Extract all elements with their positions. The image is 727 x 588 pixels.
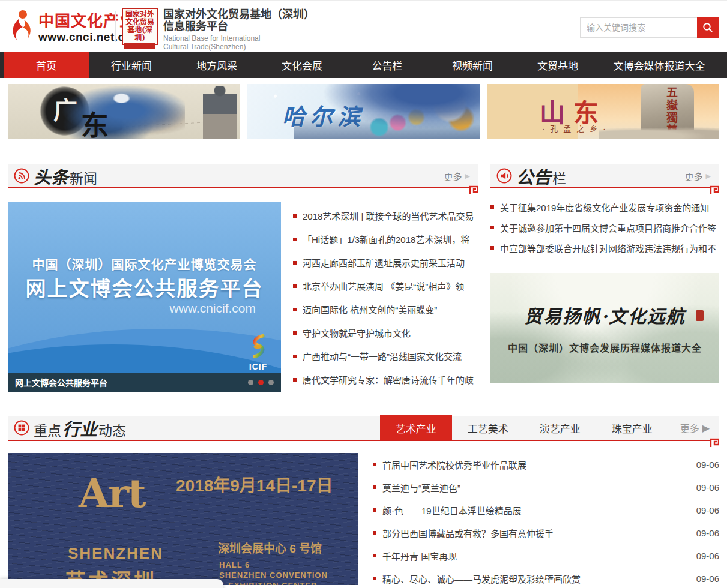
- news-link[interactable]: 莫兰迪与“莫兰迪色”: [382, 481, 460, 494]
- news-link[interactable]: 广西推动与“一带一路”沿线国家文化交流: [303, 350, 462, 362]
- list-item[interactable]: 关于征集2019年度省级文化产业发展专项资金的通知: [490, 197, 719, 217]
- headline-carousel[interactable]: 中国（深圳）国际文化产业博览交易会 网上文博会公共服务平台 www.cnicif…: [8, 202, 281, 392]
- list-item[interactable]: 「Hi话题」1/3新面孔的2018艺术深圳，将: [293, 227, 478, 251]
- news-link[interactable]: 部分巴西国博藏品或有救？多国有意伸援手: [382, 527, 554, 539]
- search-button[interactable]: [697, 17, 719, 38]
- list-item[interactable]: 广西推动与“一带一路”沿线国家文化交流: [293, 344, 478, 368]
- banner-shandong-subtitle: ·孔孟之乡·: [542, 122, 611, 134]
- carousel-line1: 中国（深圳）国际文化产业博览交易会: [8, 254, 281, 272]
- news-link[interactable]: 北京举办曲艺展演周 《姜昆“说”相声》领: [303, 280, 464, 292]
- nav-item-video-news[interactable]: 视频新闻: [430, 52, 515, 78]
- headline-section: 头条 新闻 更多 ▶ 中国（深圳）国际文化产业博览交易会: [8, 164, 478, 392]
- tab-performing-arts[interactable]: 演艺产业: [524, 415, 596, 440]
- nav-item-media-report[interactable]: 文博会媒体报道大全: [600, 52, 718, 78]
- more-label: 更多: [444, 170, 462, 182]
- poster-hall-line1: HALL 6: [219, 560, 328, 570]
- tab-arts-crafts[interactable]: 工艺美术: [452, 415, 524, 440]
- news-link[interactable]: 「Hi话题」1/3新面孔的2018艺术深圳，将: [303, 233, 469, 245]
- list-item[interactable]: 首届中国艺术院校优秀毕业作品联展09-06: [373, 453, 719, 476]
- tab-jewelry[interactable]: 珠宝产业: [596, 415, 668, 440]
- list-item[interactable]: 唐代文学研究专家：解密唐诗流传千年的歧: [293, 368, 478, 391]
- notice-more-link[interactable]: 更多 ▶: [685, 170, 711, 182]
- chevron-right-icon: ▶: [465, 172, 470, 180]
- base-subtitle-line1: National Base for International: [163, 34, 315, 43]
- headline-news-list: 2018艺术深圳 | 联接全球的当代艺术品交易 「Hi话题」1/3新面孔的201…: [293, 202, 478, 392]
- list-item[interactable]: 守护文物就是守护城市文化: [293, 321, 478, 344]
- banner-harbin[interactable]: 哈尔滨: [247, 84, 480, 139]
- notice-section: 公告 栏 更多 ▶ 关于征集2019年度省级文化产业发展专项资金的通知 关于诚邀…: [490, 164, 719, 392]
- icif-logo-text: ICIF: [245, 362, 271, 371]
- poster-hall-line2: SHENZHEN CONVENTION: [219, 570, 328, 580]
- search-input[interactable]: [580, 17, 697, 38]
- nav-item-notice-board[interactable]: 公告栏: [345, 52, 430, 78]
- art-shenzhen-poster[interactable]: Art SHENZHEN 艺术深圳 2018年9月14日-17日 深圳会展中心 …: [8, 453, 358, 585]
- corner-ornament: [469, 185, 478, 195]
- bullet-icon: [373, 554, 376, 557]
- list-item[interactable]: 颜·色——19世纪日本浮世绘精品展09-06: [373, 499, 719, 521]
- industry-more-link[interactable]: 更多 ▶: [668, 415, 719, 440]
- notice-title-rest: 栏: [552, 167, 566, 188]
- list-item[interactable]: 中宣部等部委联合开展针对网络游戏违法违规行为和不: [490, 238, 719, 258]
- nav-item-industry-news[interactable]: 行业新闻: [89, 52, 174, 78]
- site-header: 中国文化产业网 www.cnci.net.cn 国家对外 文化贸易 基地(深圳)…: [0, 1, 727, 52]
- list-item[interactable]: 部分巴西国博藏品或有救？多国有意伸援手09-06: [373, 521, 719, 544]
- bullet-icon: [293, 355, 297, 358]
- base-seal: 国家对外 文化贸易 基地(深圳): [122, 8, 158, 45]
- bullet-icon: [293, 308, 297, 311]
- poster-art-logo: Art: [79, 470, 145, 517]
- bullet-icon: [293, 214, 297, 218]
- nav-item-home[interactable]: 首页: [4, 52, 89, 78]
- news-link[interactable]: 首届中国艺术院校优秀毕业作品联展: [382, 458, 526, 471]
- news-link[interactable]: 守护文物就是守护城市文化: [303, 326, 411, 339]
- news-link[interactable]: 颜·色——19世纪日本浮世绘精品展: [382, 504, 522, 517]
- list-item[interactable]: 千年丹青 国宝再现09-06: [373, 544, 719, 567]
- news-link[interactable]: 迈向国际化 杭州文创的“美丽蝶变”: [303, 303, 437, 316]
- carousel-dot-2[interactable]: [258, 380, 264, 385]
- search-bar: [580, 17, 719, 38]
- headline-more-link[interactable]: 更多 ▶: [444, 170, 470, 182]
- header-divider: [115, 11, 116, 42]
- carousel-dot-1[interactable]: [248, 380, 253, 385]
- poster-venue-cn: 深圳会展中心 6 号馆: [218, 539, 322, 556]
- list-item[interactable]: 精心、尽心、诚心——马发虎泥塑及彩绘壁画欣赏09-06: [373, 567, 719, 588]
- nav-item-culture-expo[interactable]: 文化会展: [259, 52, 345, 78]
- nav-item-local-style[interactable]: 地方风采: [174, 52, 259, 78]
- news-link[interactable]: 千年丹青 国宝再现: [382, 550, 457, 562]
- statue-art: [203, 86, 237, 139]
- nav-item-trade-base[interactable]: 文贸基地: [515, 52, 600, 78]
- list-item[interactable]: 河西走廊西部玉矿遗址展示史前采玉活动: [293, 251, 478, 274]
- news-link[interactable]: 河西走廊西部玉矿遗址展示史前采玉活动: [303, 256, 465, 269]
- banner-guangdong[interactable]: 广 东: [8, 84, 240, 139]
- headline-title: 头条 新闻: [14, 163, 97, 188]
- news-link[interactable]: 唐代文学研究专家：解密唐诗流传千年的歧: [303, 373, 474, 386]
- list-item[interactable]: 迈向国际化 杭州文创的“美丽蝶变”: [293, 298, 478, 321]
- corner-ornament: [710, 185, 719, 195]
- list-item[interactable]: 2018艺术深圳 | 联接全球的当代艺术品交易: [293, 204, 478, 227]
- list-item[interactable]: 莫兰迪与“莫兰迪色”09-06: [373, 476, 719, 499]
- speaker-icon: [496, 168, 512, 184]
- industry-body: Art SHENZHEN 艺术深圳 2018年9月14日-17日 深圳会展中心 …: [8, 453, 719, 588]
- bullet-icon: [490, 226, 494, 229]
- notice-header: 公告 栏 更多 ▶: [490, 164, 719, 188]
- more-label: 更多: [685, 170, 703, 182]
- notice-link[interactable]: 关于征集2019年度省级文化产业发展专项资金的通知: [500, 201, 709, 214]
- bullet-icon: [490, 246, 494, 250]
- news-link[interactable]: 2018艺术深圳 | 联接全球的当代艺术品交易: [303, 209, 474, 222]
- bullet-icon: [293, 331, 297, 335]
- seal-line: 基地(深圳): [124, 26, 155, 42]
- bullet-icon: [490, 205, 494, 209]
- list-item[interactable]: 关于诚邀参加第十四届文博会重点项目招商推介合作签: [490, 217, 719, 238]
- notice-link[interactable]: 中宣部等部委联合开展针对网络游戏违法违规行为和不: [500, 242, 716, 254]
- headline-body: 中国（深圳）国际文化产业博览交易会 网上文博会公共服务平台 www.cnicif…: [8, 202, 478, 392]
- trade-sail-banner[interactable]: 贸易扬帆·文化远航 中国（深圳）文博会发展历程媒体报道大全: [490, 273, 719, 383]
- banner-guangdong-char2: 东: [81, 103, 109, 139]
- notice-link[interactable]: 关于诚邀参加第十四届文博会重点项目招商推介合作签: [500, 221, 716, 234]
- news-link[interactable]: 精心、尽心、诚心——马发虎泥塑及彩绘壁画欣赏: [382, 572, 581, 585]
- list-item[interactable]: 北京举办曲艺展演周 《姜昆“说”相声》领: [293, 274, 478, 298]
- news-date: 09-06: [689, 551, 719, 561]
- bullet-icon: [373, 577, 376, 580]
- tab-art-industry[interactable]: 艺术产业: [380, 415, 452, 440]
- carousel-dot-3[interactable]: [268, 380, 274, 385]
- industry-tabs: 艺术产业 工艺美术 演艺产业 珠宝产业 更多 ▶: [380, 415, 719, 440]
- banner-shandong[interactable]: 五嶽獨尊 山东 ·孔孟之乡·: [487, 84, 719, 139]
